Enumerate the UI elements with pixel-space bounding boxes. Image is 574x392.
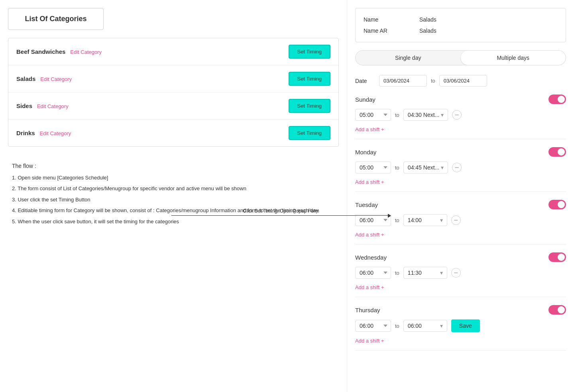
flow-item: 1. Open side menu [Categories Schedule] [12, 173, 339, 182]
to-time-display[interactable]: 04:30 Next...▾ [403, 109, 448, 121]
add-shift-button[interactable]: Add a shift + [355, 338, 384, 344]
day-header: Monday [355, 147, 566, 157]
to-time-display[interactable]: 11:30▾ [403, 267, 447, 279]
to-label: to [395, 112, 399, 118]
categories-title-box: List Of Categories [8, 8, 104, 30]
remove-shift-button[interactable]: − [452, 163, 462, 172]
set-timing-button[interactable]: Set Timing [289, 99, 330, 113]
day-section-tuesday: Tuesday06:00to14:00▾−Add a shift + [355, 200, 566, 244]
date-to-input[interactable] [439, 75, 487, 87]
name-row: Name Salads [364, 16, 558, 23]
remove-shift-button[interactable]: − [451, 215, 461, 225]
category-info-card: Name Salads Name AR Salads [355, 8, 566, 42]
day-section-sunday: Sunday05:00to04:30 Next...▾−Add a shift … [355, 95, 566, 139]
to-time-display[interactable]: 04:45 Next...▾ [403, 162, 448, 173]
set-timing-button[interactable]: Set Timing [289, 126, 330, 140]
chevron-down-icon: ▾ [440, 217, 443, 223]
category-name: Sides [16, 102, 32, 109]
time-row: 06:00to06:00▾Save [355, 319, 566, 332]
chevron-down-icon: ▾ [441, 164, 444, 171]
date-from-input[interactable] [379, 75, 427, 87]
tab-multiple-days[interactable]: Multiple days [461, 51, 566, 65]
flow-section: The flow : 1. Open side menu [Categories… [8, 163, 339, 226]
toggle-monday[interactable] [548, 147, 566, 157]
edit-category-link[interactable]: Edit Category [40, 76, 72, 82]
from-time-select[interactable]: 05:00 [355, 109, 391, 121]
day-header: Wednesday [355, 252, 566, 262]
edit-category-link[interactable]: Edit Category [37, 103, 69, 109]
day-header: Tuesday [355, 200, 566, 209]
date-to-label: to [431, 78, 435, 84]
minus-icon: − [455, 111, 459, 118]
page-title: List Of Categories [16, 15, 95, 23]
time-row: 05:00to04:30 Next...▾− [355, 109, 566, 121]
name-label: Name [364, 16, 403, 23]
from-time-select[interactable]: 05:00 [355, 162, 391, 173]
to-time-value: 11:30 [408, 270, 422, 276]
day-header: Sunday [355, 95, 566, 104]
time-row: 06:00to14:00▾− [355, 214, 566, 226]
day-name: Thursday [355, 307, 380, 313]
to-time-display[interactable]: 06:00▾ [403, 320, 447, 332]
set-timing-button[interactable]: Set Timing [289, 45, 330, 59]
name-ar-label: Name AR [364, 28, 403, 34]
category-name: Salads [16, 75, 35, 82]
category-name-group: Drinks Edit Category [16, 130, 71, 136]
category-list: Beef Sandwiches Edit Category Set Timing… [8, 38, 339, 147]
set-timing-button[interactable]: Set Timing [289, 72, 330, 86]
category-name-group: Beef Sandwiches Edit Category [16, 48, 102, 55]
to-label: to [395, 217, 399, 223]
timing-form-panel: Name Salads Name AR Salads Single dayMul… [347, 0, 574, 392]
category-row: Sides Edit Category Set Timing [8, 93, 338, 120]
day-section-thursday: Thursday06:00to06:00▾SaveAdd a shift + [355, 305, 566, 351]
to-time-value: 06:00 [408, 323, 422, 329]
add-shift-button[interactable]: Add a shift + [355, 126, 384, 132]
name-ar-value: Salads [419, 28, 436, 34]
add-shift-button[interactable]: Add a shift + [355, 179, 384, 185]
day-section-monday: Monday05:00to04:45 Next...▾−Add a shift … [355, 147, 566, 192]
edit-category-link[interactable]: Edit Category [70, 49, 102, 55]
add-shift-button[interactable]: Add a shift + [355, 232, 384, 238]
category-name: Drinks [16, 130, 35, 136]
day-name: Monday [355, 149, 376, 156]
date-row: Date to [355, 75, 566, 87]
days-container: Sunday05:00to04:30 Next...▾−Add a shift … [355, 95, 566, 351]
chevron-down-icon: ▾ [441, 112, 444, 118]
date-label: Date [355, 78, 379, 84]
flow-item: 5. When the user click save button, it w… [12, 217, 339, 226]
day-name: Sunday [355, 96, 375, 103]
toggle-wednesday[interactable] [548, 252, 566, 262]
minus-icon: − [454, 217, 458, 224]
remove-shift-button[interactable]: − [452, 110, 462, 120]
from-time-select[interactable]: 06:00 [355, 214, 391, 226]
category-row: Salads Edit Category Set Timing [8, 65, 338, 93]
minus-icon: − [454, 269, 458, 276]
to-time-display[interactable]: 14:00▾ [403, 214, 447, 226]
day-name: Tuesday [355, 201, 378, 208]
save-button[interactable]: Save [451, 319, 480, 332]
category-name: Beef Sandwiches [16, 48, 65, 55]
category-row: Drinks Edit Category Set Timing [8, 120, 338, 146]
day-toggle-tabs[interactable]: Single dayMultiple days [355, 50, 566, 65]
toggle-thursday[interactable] [548, 305, 566, 315]
add-shift-button[interactable]: Add a shift + [355, 284, 384, 290]
from-time-select[interactable]: 06:00 [355, 320, 391, 332]
chevron-down-icon: ▾ [440, 323, 443, 329]
to-label: to [395, 165, 399, 171]
chevron-down-icon: ▾ [440, 270, 443, 276]
day-section-wednesday: Wednesday06:00to11:30▾−Add a shift + [355, 252, 566, 297]
name-value: Salads [419, 16, 436, 23]
edit-category-link[interactable]: Edit Category [40, 130, 71, 136]
tab-single-day[interactable]: Single day [356, 51, 461, 65]
minus-icon: − [455, 164, 459, 171]
time-row: 05:00to04:45 Next...▾− [355, 162, 566, 173]
to-label: to [395, 270, 399, 276]
from-time-select[interactable]: 06:00 [355, 267, 391, 279]
toggle-sunday[interactable] [548, 95, 566, 104]
remove-shift-button[interactable]: − [451, 268, 461, 278]
flow-item: 2. The form consist of List of Categorie… [12, 184, 339, 193]
toggle-tuesday[interactable] [548, 200, 566, 209]
flow-item: 3. User click the set Timing Button [12, 195, 339, 204]
day-name: Wednesday [355, 254, 387, 261]
to-time-value: 04:30 Next... [408, 112, 439, 118]
